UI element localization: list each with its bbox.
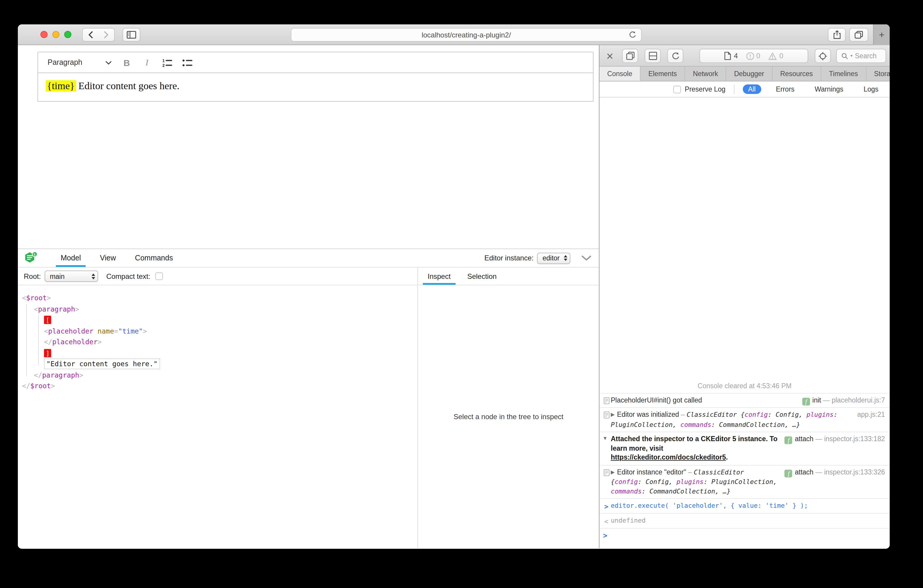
devtools-search-field[interactable]: ▾ Search <box>836 49 886 63</box>
console-row-icon: ▼ <box>602 435 611 442</box>
disclosure-collapsed-icon[interactable]: ▶ <box>611 410 615 419</box>
share-button[interactable] <box>828 28 846 42</box>
tree-node[interactable]: [ <box>18 315 417 325</box>
back-button[interactable] <box>82 28 99 42</box>
error-count-icon <box>746 52 754 60</box>
console-log-row[interactable]: ▶Editor was initialized – ClassicEditor … <box>599 407 890 432</box>
ckeditor: Paragraph B I 12 {time} <box>38 52 593 102</box>
paragraph-style-dropdown[interactable]: Paragraph <box>44 55 115 70</box>
model-tree-pane: Root: main Compact text: <box>18 268 418 548</box>
tree-node[interactable]: </paragraph> <box>18 370 417 381</box>
console-filter-bar: Preserve Log AllErrorsWarningsLogs <box>599 81 890 97</box>
function-name: attach <box>795 468 814 475</box>
minimize-window-button[interactable] <box>53 31 59 38</box>
devtools-tab-resources[interactable]: Resources <box>772 67 821 81</box>
source-dash: — <box>821 396 832 403</box>
italic-button[interactable]: I <box>138 55 156 70</box>
inspector-tab-view[interactable]: View <box>90 249 125 267</box>
console-log-row[interactable]: PlaceholderUI#init() got calledfinit — p… <box>599 393 890 407</box>
zoom-window-button[interactable] <box>64 31 71 38</box>
source-link[interactable]: inspector.js:133:182 <box>824 435 885 442</box>
tree-node[interactable]: </placeholder> <box>18 337 417 348</box>
select-stepper-icon <box>91 273 95 279</box>
preserve-log-checkbox[interactable] <box>673 85 681 93</box>
devtools-tab-elements[interactable]: Elements <box>641 67 685 81</box>
tree-node[interactable]: ] <box>18 348 417 358</box>
reload-icon[interactable] <box>629 31 636 39</box>
console-command-row[interactable]: >editor.execute( 'placeholder', { value:… <box>599 498 890 513</box>
console-message-text: undefined <box>611 516 885 525</box>
bulleted-list-button[interactable] <box>178 55 196 70</box>
filter-logs[interactable]: Logs <box>858 84 884 94</box>
compact-text-checkbox[interactable] <box>155 272 163 280</box>
dock-bottom-button[interactable] <box>645 49 661 63</box>
pane-tab-inspect[interactable]: Inspect <box>419 268 459 285</box>
editor-instance-select[interactable]: editor <box>537 252 570 264</box>
tab-overview-button[interactable] <box>849 28 868 42</box>
sidebar-toggle-button[interactable] <box>123 28 140 42</box>
reload-page-button[interactable] <box>667 49 683 63</box>
log-type-icon <box>603 397 609 404</box>
console-message-text: editor.execute( 'placeholder', { value: … <box>611 501 885 511</box>
forward-button[interactable] <box>98 28 115 42</box>
tab-overview-icon <box>855 31 863 39</box>
message-segment: editor.execute( 'placeholder', { value: … <box>611 502 808 509</box>
devtools-tab-console[interactable]: Console <box>599 67 641 81</box>
console-result-row[interactable]: <undefined <box>599 513 890 528</box>
resource-count: 4 <box>734 52 738 60</box>
tree-node[interactable]: <$root> <box>18 292 417 304</box>
close-devtools-button[interactable] <box>604 50 616 62</box>
resource-status-group[interactable]: 4 0 0 <box>700 49 808 63</box>
editor-content-area[interactable]: {time} Editor content goes here. <box>38 73 593 102</box>
model-tree[interactable]: <$root><paragraph>[<placeholder name="ti… <box>18 286 417 548</box>
disclosure-collapsed-icon[interactable]: ▶ <box>611 468 615 477</box>
inspector-tabs: ModelViewCommands <box>51 249 182 267</box>
console-row-icon: < <box>602 516 611 526</box>
root-select[interactable]: main <box>44 271 98 282</box>
numbered-list-button[interactable]: 12 <box>158 55 176 70</box>
devtools-tab-storage[interactable]: Storage <box>866 67 890 81</box>
tree-node[interactable]: </$root> <box>18 381 417 391</box>
svg-text:5: 5 <box>34 253 35 256</box>
source-link[interactable]: inspector.js:133:326 <box>824 468 885 475</box>
source-link[interactable]: app.js:21 <box>857 411 885 418</box>
console-message-text: PlaceholderUI#init() got called <box>611 396 797 405</box>
selection-marker: [ <box>44 316 51 324</box>
console-log-row[interactable]: ▶Editor instance "editor" – ClassicEdito… <box>599 465 890 498</box>
address-bar[interactable]: localhost/creating-a-plugin2/ <box>291 28 642 42</box>
element-picker-button[interactable] <box>815 49 831 63</box>
selection-marker: ] <box>44 349 51 357</box>
web-inspector: 4 0 0 <box>599 45 890 548</box>
source-link[interactable]: placeholderui.js:7 <box>832 396 885 403</box>
filter-warnings[interactable]: Warnings <box>810 84 849 94</box>
devtools-tab-debugger[interactable]: Debugger <box>726 67 772 81</box>
ckeditor-logo-icon: 5 <box>24 251 38 264</box>
placeholder-widget[interactable]: {time} <box>46 80 76 92</box>
ckeditor-inspector-panel: 5 ModelViewCommands Editor instance: edi… <box>18 248 599 548</box>
new-tab-button[interactable]: + <box>873 25 890 45</box>
console-log-row[interactable]: ▼Attached the inspector to a CKEditor 5 … <box>599 432 890 465</box>
console-filter-options: AllErrorsWarningsLogs <box>743 84 884 94</box>
paragraph-style-label: Paragraph <box>48 58 82 67</box>
filter-errors[interactable]: Errors <box>770 84 800 94</box>
pane-tab-selection[interactable]: Selection <box>459 268 505 285</box>
collapse-inspector-icon[interactable] <box>581 255 592 261</box>
message-segment: : CommandCollection, …} <box>711 420 800 429</box>
ckeditor-docs-link[interactable]: https://ckeditor.com/docs/ckeditor5 <box>611 453 726 461</box>
disclosure-expanded-icon[interactable]: ▼ <box>603 435 608 441</box>
bulleted-list-icon <box>182 58 193 67</box>
message-segment: commands <box>680 420 711 429</box>
inspector-tab-commands[interactable]: Commands <box>125 249 182 267</box>
bold-button[interactable]: B <box>118 55 136 70</box>
console-pane[interactable]: Console cleared at 4:53:46 PM Placeholde… <box>599 97 890 548</box>
console-prompt[interactable]: > <box>599 528 890 548</box>
filter-all[interactable]: All <box>743 84 761 94</box>
tree-node[interactable]: "Editor content goes here." <box>18 358 417 370</box>
tree-node[interactable]: <paragraph> <box>18 304 417 315</box>
devtools-tab-network[interactable]: Network <box>685 67 726 81</box>
tree-node[interactable]: <placeholder name="time"> <box>18 325 417 337</box>
inspector-tab-model[interactable]: Model <box>51 249 90 267</box>
close-window-button[interactable] <box>41 31 48 38</box>
dock-side-button[interactable] <box>622 49 638 63</box>
devtools-tab-timelines[interactable]: Timelines <box>821 67 867 81</box>
